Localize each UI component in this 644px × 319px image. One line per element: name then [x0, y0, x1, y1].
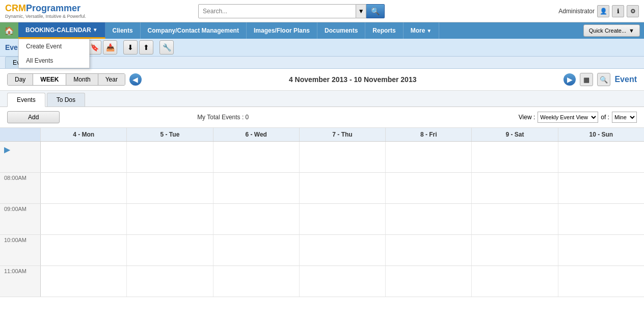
view-tab-day[interactable]: Day — [8, 74, 33, 85]
quick-create-label: Quick Create... — [589, 28, 626, 34]
search-button[interactable]: 🔍 — [366, 4, 385, 18]
calendar-cell-mon-0900[interactable] — [41, 204, 127, 234]
calendar-header-fri: 8 - Fri — [386, 128, 472, 141]
calendar-time-0900: 09:00AM — [0, 204, 41, 234]
calendar-cell-wed-0800[interactable] — [213, 173, 300, 203]
calendar-cell-mon-1000[interactable] — [41, 235, 127, 265]
toolbar-up-button[interactable]: ⬆ — [139, 40, 153, 55]
nav-item-documents[interactable]: Documents — [317, 22, 365, 39]
logo-subtitle: Dynamic, Versatile, Intuitive & Powerful… — [5, 14, 86, 19]
calendar-cell-sat-top[interactable] — [472, 142, 558, 172]
admin-profile-icon-button[interactable]: 👤 — [597, 5, 609, 17]
toolbar-down-button[interactable]: ⬇ — [123, 40, 138, 55]
of-select-dropdown[interactable]: Mine All Team — [612, 112, 637, 123]
nav-item-booking-calendar[interactable]: BOOKING-CALENDAR ▼ — [18, 22, 105, 39]
calendar-cell-wed-0900[interactable] — [213, 204, 300, 234]
calendar-cell-sat-1000[interactable] — [472, 235, 558, 265]
quick-create-button[interactable]: Quick Create... ▼ — [583, 24, 640, 37]
logo-programmer: Programmer — [26, 3, 81, 13]
view-selector-label: View : — [519, 114, 535, 121]
calendar-row-0900: 09:00AM — [0, 204, 644, 235]
calendar-prev-button[interactable]: ◀ — [129, 73, 142, 86]
calendar-cell-mon-1100[interactable] — [41, 266, 127, 297]
events-toolbar: Add My Total Events : 0 View : Weekly Ev… — [0, 107, 644, 128]
calendar-cell-wed-top[interactable] — [213, 142, 300, 172]
nav-item-images-floor-plans-label: Images/Floor Plans — [254, 27, 310, 34]
nav-item-images-floor-plans[interactable]: Images/Floor Plans — [247, 22, 317, 39]
logo: CRMProgrammer Dynamic, Versatile, Intuit… — [5, 3, 86, 19]
calendar-cell-thu-top[interactable] — [300, 142, 386, 172]
calendar-cell-thu-0900[interactable] — [300, 204, 386, 234]
toolbar-save-button[interactable]: 📥 — [103, 40, 117, 55]
calendar-grid: 4 - Mon 5 - Tue 6 - Wed 7 - Thu 8 - Fri … — [0, 128, 644, 297]
calendar-time-1100: 11:00AM — [0, 266, 41, 297]
calendar-cell-thu-0800[interactable] — [300, 173, 386, 203]
calendar-header-sun: 10 - Sun — [558, 128, 644, 141]
calendar-search-icon-button[interactable]: 🔍 — [597, 73, 610, 86]
calendar-cell-tue-1100[interactable] — [127, 266, 213, 297]
calendar-cell-tue-top[interactable] — [127, 142, 213, 172]
calendar-cell-mon-top[interactable] — [41, 142, 127, 172]
page-header-area: Event 🗂 🕐 📋 🔖 📥 ⬇ ⬆ 🔧 — [0, 39, 644, 57]
calendar-header-thu: 7 - Thu — [300, 128, 386, 141]
calendar-cell-wed-1000[interactable] — [213, 235, 300, 265]
calendar-header-mon: 4 - Mon — [41, 128, 127, 141]
calendar-time-arrow-cell[interactable]: ▶ — [0, 142, 41, 172]
calendar-row-1100: 11:00AM — [0, 266, 644, 297]
calendar-row-1000: 10:00AM — [0, 235, 644, 266]
calendar-event-label: Event — [614, 75, 637, 84]
calendar-time-1000: 10:00AM — [0, 235, 41, 265]
calendar-cell-sat-1100[interactable] — [472, 266, 558, 297]
calendar-cell-fri-0900[interactable] — [386, 204, 472, 234]
calendar-cell-tue-1000[interactable] — [127, 235, 213, 265]
calendar-cell-mon-0800[interactable] — [41, 173, 127, 203]
nav-bar: 🏠 BOOKING-CALENDAR ▼ Create Event All Ev… — [0, 22, 644, 39]
calendar-cell-thu-1000[interactable] — [300, 235, 386, 265]
inner-tab-events[interactable]: Events — [7, 93, 45, 107]
calendar-grid-icon-button[interactable]: ▦ — [580, 73, 593, 86]
calendar-cell-thu-1100[interactable] — [300, 266, 386, 297]
inner-tab-todos[interactable]: To Dos — [47, 93, 85, 107]
calendar-cell-sun-top[interactable] — [558, 142, 644, 172]
dropdown-item-create-event[interactable]: Create Event — [19, 39, 89, 54]
quick-create-arrow-icon: ▼ — [629, 28, 634, 34]
calendar-next-button[interactable]: ▶ — [564, 73, 576, 86]
calendar-cell-fri-top[interactable] — [386, 142, 472, 172]
nav-item-clients[interactable]: Clients — [105, 22, 141, 39]
add-event-button[interactable]: Add — [7, 111, 60, 123]
calendar-cell-sun-1000[interactable] — [558, 235, 644, 265]
nav-home-button[interactable]: 🏠 — [0, 22, 18, 39]
booking-calendar-dropdown-container: BOOKING-CALENDAR ▼ Create Event All Even… — [18, 22, 105, 39]
calendar-cell-fri-1100[interactable] — [386, 266, 472, 297]
search-input[interactable] — [198, 4, 356, 18]
nav-item-company-contact[interactable]: Company/Contact Management — [141, 22, 247, 39]
calendar-cell-tue-0900[interactable] — [127, 204, 213, 234]
total-events-label: My Total Events : 0 — [197, 114, 249, 121]
calendar-cell-tue-0800[interactable] — [127, 173, 213, 203]
calendar-date-range: 4 November 2013 - 10 November 2013 — [146, 75, 559, 84]
nav-item-booking-calendar-arrow: ▼ — [93, 27, 98, 33]
view-tab-month[interactable]: Month — [66, 74, 98, 85]
calendar-cell-sat-0900[interactable] — [472, 204, 558, 234]
admin-info-icon-button[interactable]: ℹ — [612, 5, 624, 17]
admin-settings-icon-button[interactable]: ⚙ — [627, 5, 639, 17]
view-select-dropdown[interactable]: Weekly Event View Daily Event View Month… — [538, 112, 598, 123]
search-dropdown-button[interactable]: ▼ — [356, 4, 366, 18]
view-tab-year[interactable]: Year — [98, 74, 125, 85]
calendar-cell-fri-1000[interactable] — [386, 235, 472, 265]
calendar-cell-sun-0800[interactable] — [558, 173, 644, 203]
calendar-cell-sun-0900[interactable] — [558, 204, 644, 234]
toolbar-settings-button[interactable]: 🔧 — [159, 40, 174, 55]
calendar-cell-fri-0800[interactable] — [386, 173, 472, 203]
nav-item-reports[interactable]: Reports — [365, 22, 403, 39]
calendar-cell-sat-0800[interactable] — [472, 173, 558, 203]
calendar-cell-wed-1100[interactable] — [213, 266, 300, 297]
view-tab-week[interactable]: WEEK — [33, 74, 66, 85]
dropdown-item-all-events[interactable]: All Events — [19, 54, 89, 68]
nav-item-company-contact-label: Company/Contact Management — [148, 27, 239, 34]
nav-item-more[interactable]: More ▼ — [404, 22, 440, 39]
logo-crm: CRM — [5, 3, 26, 13]
calendar-header-wed: 6 - Wed — [213, 128, 300, 141]
calendar-cell-sun-1100[interactable] — [558, 266, 644, 297]
of-label: of : — [601, 114, 609, 121]
